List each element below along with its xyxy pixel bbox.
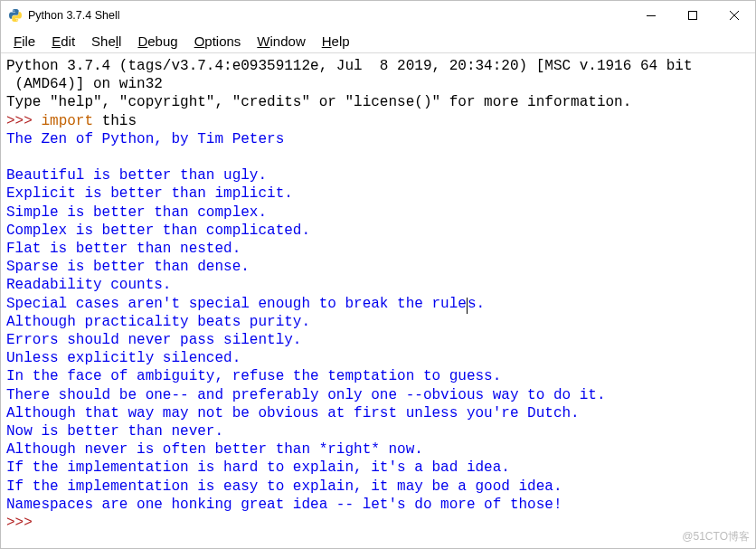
menu-debug[interactable]: Debug bbox=[130, 33, 184, 50]
zen-line: Although that way may not be obvious at … bbox=[6, 405, 580, 421]
zen-line: Complex is better than complicated. bbox=[6, 222, 310, 239]
menu-edit[interactable]: Edit bbox=[44, 33, 82, 50]
shell-output[interactable]: Python 3.7.4 (tags/v3.7.4:e09359112e, Ju… bbox=[1, 53, 755, 548]
zen-title: The Zen of Python, by Tim Peters bbox=[6, 131, 284, 147]
zen-line: If the implementation is hard to explain… bbox=[6, 459, 510, 476]
zen-line: Special cases aren't special enough to b… bbox=[6, 296, 467, 312]
module-this: this bbox=[93, 113, 137, 129]
zen-line: If the implementation is easy to explain… bbox=[6, 478, 562, 495]
maximize-button[interactable] bbox=[672, 1, 713, 30]
menu-window[interactable]: Window bbox=[250, 33, 312, 50]
zen-line: Unless explicitly silenced. bbox=[6, 350, 241, 366]
svg-rect-0 bbox=[689, 12, 697, 20]
banner-line-3: Type "help", "copyright", "credits" or "… bbox=[6, 94, 631, 110]
text-caret bbox=[467, 298, 468, 314]
keyword-import: import bbox=[41, 113, 93, 129]
zen-line: Errors should never pass silently. bbox=[6, 332, 301, 348]
zen-line: Namespaces are one honking great idea --… bbox=[6, 497, 562, 513]
zen-line: Although never is often better than *rig… bbox=[6, 441, 423, 458]
zen-line: Flat is better than nested. bbox=[6, 241, 241, 257]
window-controls bbox=[630, 1, 755, 30]
menu-options[interactable]: Options bbox=[187, 33, 249, 50]
zen-line: Sparse is better than dense. bbox=[6, 259, 250, 275]
zen-line: Explicit is better than implicit. bbox=[6, 185, 293, 202]
menu-help[interactable]: Help bbox=[315, 33, 357, 50]
watermark: @51CTO博客 bbox=[682, 527, 750, 545]
minimize-button[interactable] bbox=[630, 1, 672, 30]
banner-line-1: Python 3.7.4 (tags/v3.7.4:e09359112e, Ju… bbox=[6, 58, 693, 74]
zen-line: Beautiful is better than ugly. bbox=[6, 167, 267, 184]
zen-line: Readability counts. bbox=[6, 277, 171, 293]
menu-shell[interactable]: Shell bbox=[84, 33, 128, 50]
prompt-1: >>> bbox=[6, 113, 33, 129]
menubar: File Edit Shell Debug Options Window Hel… bbox=[1, 30, 755, 52]
window-title: Python 3.7.4 Shell bbox=[28, 9, 119, 22]
zen-line: There should be one-- and preferably onl… bbox=[6, 387, 606, 403]
banner-line-2: (AMD64)] on win32 bbox=[6, 76, 163, 92]
zen-line: Now is better than never. bbox=[6, 423, 223, 440]
zen-line: Although practicality beats purity. bbox=[6, 314, 310, 330]
zen-line: In the face of ambiguity, refuse the tem… bbox=[6, 368, 501, 384]
prompt-2: >>> bbox=[6, 515, 33, 531]
titlebar[interactable]: Python 3.7.4 Shell bbox=[1, 1, 755, 30]
window: Python 3.7.4 Shell File Edit Shell Debug… bbox=[0, 0, 756, 549]
zen-line: Simple is better than complex. bbox=[6, 204, 267, 221]
python-icon bbox=[8, 8, 23, 23]
close-button[interactable] bbox=[713, 1, 755, 30]
menu-file[interactable]: File bbox=[6, 33, 43, 50]
